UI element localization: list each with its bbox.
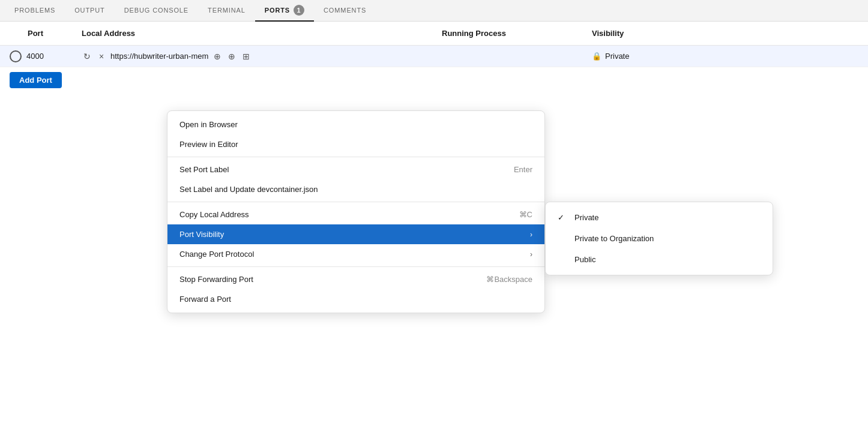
shortcut-enter: Enter xyxy=(514,165,532,174)
close-icon[interactable]: × xyxy=(96,51,107,62)
address-cell: ↻ × https://hubwriter-urban-mem ⊕ ⊕ ⊞ xyxy=(82,51,442,62)
menu-preview-editor[interactable]: Preview in Editor xyxy=(167,134,544,154)
menu-set-port-label[interactable]: Set Port Label Enter xyxy=(167,160,544,179)
arrow-port-visibility: › xyxy=(530,230,532,239)
shortcut-stop: ⌘Backspace xyxy=(486,275,532,284)
menu-open-browser[interactable]: Open in Browser xyxy=(167,115,544,134)
separator-3 xyxy=(167,266,544,267)
arrow-change-protocol: › xyxy=(530,250,532,259)
header-local-address: Local Address xyxy=(82,29,442,38)
add-port-row: Add Port xyxy=(0,67,868,93)
menu-change-port-protocol[interactable]: Change Port Protocol › xyxy=(167,244,544,264)
main-panel: Port Local Address Running Process Visib… xyxy=(0,22,868,444)
menu-set-label-update[interactable]: Set Label and Update devcontainer.json xyxy=(167,179,544,199)
visibility-cell: 🔒 Private xyxy=(592,52,629,61)
address-text: https://hubwriter-urban-mem xyxy=(110,52,208,61)
menu-port-visibility[interactable]: Port Visibility › xyxy=(167,224,544,244)
separator-2 xyxy=(167,202,544,202)
copy-icon[interactable]: ⊕ xyxy=(212,51,223,62)
submenu-port-visibility: ✓ Private ✓ Private to Organization ✓ Pu… xyxy=(545,202,773,275)
columns-icon[interactable]: ⊞ xyxy=(241,51,252,62)
port-number: 4000 xyxy=(26,52,82,61)
tab-problems[interactable]: PROBLEMS xyxy=(5,0,65,22)
table-row[interactable]: 4000 ↻ × https://hubwriter-urban-mem ⊕ ⊕… xyxy=(0,46,868,67)
tab-comments[interactable]: COMMENTS xyxy=(314,0,376,22)
table-header: Port Local Address Running Process Visib… xyxy=(0,22,868,46)
header-port: Port xyxy=(10,29,82,38)
menu-copy-local-address[interactable]: Copy Local Address ⌘C xyxy=(167,205,544,224)
shortcut-copy: ⌘C xyxy=(519,210,532,219)
globe-icon[interactable]: ⊕ xyxy=(226,51,237,62)
tab-debug-console[interactable]: DEBUG CONSOLE xyxy=(115,0,198,22)
submenu-private-org[interactable]: ✓ Private to Organization xyxy=(546,228,773,249)
submenu-private[interactable]: ✓ Private xyxy=(546,207,773,228)
separator-1 xyxy=(167,157,544,157)
port-indicator xyxy=(10,50,22,62)
tab-ports[interactable]: PORTS 1 xyxy=(255,0,314,22)
tab-output[interactable]: OUTPUT xyxy=(65,0,115,22)
add-port-button[interactable]: Add Port xyxy=(10,72,62,88)
header-visibility: Visibility xyxy=(592,29,624,38)
refresh-icon[interactable]: ↻ xyxy=(82,51,92,62)
lock-icon: 🔒 xyxy=(592,52,601,61)
context-menu: Open in Browser Preview in Editor Set Po… xyxy=(167,110,545,313)
visibility-text: Private xyxy=(605,52,629,61)
ports-badge: 1 xyxy=(294,5,304,16)
submenu-public[interactable]: ✓ Public xyxy=(546,249,773,270)
tab-bar: PROBLEMS OUTPUT DEBUG CONSOLE TERMINAL P… xyxy=(0,0,868,22)
check-private: ✓ xyxy=(558,213,568,222)
menu-forward-port[interactable]: Forward a Port xyxy=(167,289,544,309)
tab-terminal[interactable]: TERMINAL xyxy=(198,0,255,22)
menu-stop-forwarding[interactable]: Stop Forwarding Port ⌘Backspace xyxy=(167,269,544,289)
header-running-process: Running Process xyxy=(442,29,592,38)
